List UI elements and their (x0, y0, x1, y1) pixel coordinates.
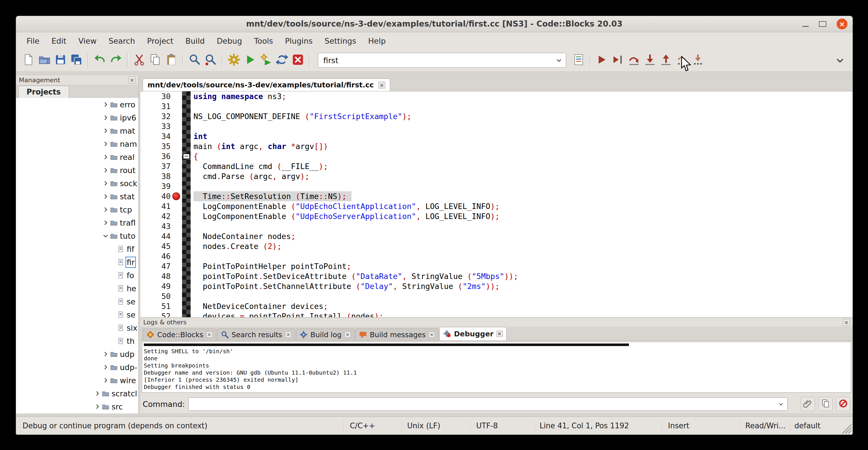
tree-item-erro[interactable]: erro (16, 98, 138, 111)
code-line-52[interactable]: 52 devices = pointToPoint.Install (nodes… (141, 311, 852, 317)
step-into-button[interactable] (642, 52, 658, 68)
command-stop-button[interactable] (836, 397, 850, 411)
editor-tab-first-cc[interactable]: mnt/dev/tools/source/ns-3-dev/examples/t… (143, 79, 390, 91)
tree-item-scratcl[interactable]: scratcl (16, 387, 138, 400)
logs-tab-code-blocks[interactable]: Code::Blocks× (143, 329, 216, 340)
tree-item-sock[interactable]: sock (16, 177, 138, 190)
tree-item-nam[interactable]: nam (16, 137, 138, 150)
open-file-button[interactable] (36, 52, 53, 68)
menu-item-build[interactable]: Build (180, 34, 211, 48)
chevron-down-icon[interactable] (102, 233, 109, 239)
code-editor[interactable]: 30using namespace ns3;3132NS_LOG_COMPONE… (141, 91, 852, 317)
maximize-button[interactable] (819, 21, 826, 27)
build-button[interactable] (226, 52, 242, 68)
tree-item-tuto[interactable]: tuto (16, 229, 138, 242)
menu-item-project[interactable]: Project (141, 34, 179, 48)
close-icon[interactable]: × (285, 331, 291, 338)
code-line-47[interactable]: 47 PointToPointHelper pointToPoint; (141, 261, 852, 271)
chevron-right-icon[interactable] (102, 114, 109, 121)
chevron-right-icon[interactable] (102, 154, 109, 160)
logs-tab-search-results[interactable]: Search results× (217, 329, 295, 340)
new-file-button[interactable] (21, 52, 36, 68)
step-out-button[interactable] (658, 52, 674, 68)
code-line-51[interactable]: 51 NetDeviceContainer devices; (141, 301, 852, 311)
paste-button[interactable] (163, 52, 179, 68)
tree-item-th[interactable]: th (16, 334, 138, 348)
abort-build-button[interactable] (290, 52, 306, 68)
code-line-44[interactable]: 44 NodeContainer nodes; (141, 231, 852, 241)
tree-item-tcp[interactable]: tcp (16, 203, 138, 216)
tree-item-fo[interactable]: fo (16, 269, 138, 282)
resize-grip[interactable] (839, 421, 852, 434)
save-all-files-button[interactable] (68, 52, 85, 68)
chevron-right-icon[interactable] (102, 193, 109, 200)
chevron-right-icon[interactable] (102, 364, 109, 371)
menu-item-edit[interactable]: Edit (45, 34, 72, 48)
find-in-files-button[interactable] (203, 52, 219, 68)
code-line-34[interactable]: 34int (141, 131, 852, 141)
code-line-35[interactable]: 35main (int argc, char *argv[]) (141, 141, 852, 151)
code-line-43[interactable]: 43 (141, 221, 852, 231)
command-input[interactable] (189, 398, 775, 410)
breakpoint-marker[interactable] (172, 192, 180, 200)
code-line-39[interactable]: 39 (141, 181, 852, 191)
copy-button[interactable] (147, 52, 163, 68)
build-target-combo[interactable]: first (318, 53, 566, 68)
tree-item-udp[interactable]: udp (16, 348, 138, 361)
code-line-45[interactable]: 45 nodes.Create (2); (141, 241, 852, 251)
chevron-right-icon[interactable] (102, 351, 109, 358)
command-dropdown-button[interactable] (775, 400, 787, 408)
tree-item-rout[interactable]: rout (16, 163, 138, 177)
code-line-50[interactable]: 50 (141, 291, 852, 301)
code-line-38[interactable]: 38 cmd.Parse (argc, argv); (141, 171, 852, 181)
code-line-36[interactable]: 36{ (141, 151, 852, 161)
command-attach-button[interactable] (801, 397, 815, 411)
tree-item-udp-[interactable]: udp- (16, 361, 138, 374)
tree-item-se[interactable]: se (16, 308, 138, 321)
menu-item-settings[interactable]: Settings (319, 34, 362, 48)
menu-item-view[interactable]: View (72, 34, 102, 48)
save-file-button[interactable] (53, 52, 68, 68)
management-close-button[interactable]: × (129, 77, 135, 83)
command-copy-button[interactable] (818, 397, 833, 411)
chevron-right-icon[interactable] (94, 390, 101, 397)
find-button[interactable] (187, 52, 203, 68)
step-into-instruction-button[interactable] (690, 52, 706, 68)
fold-marker[interactable] (183, 154, 190, 159)
tab-projects[interactable]: Projects (18, 86, 69, 98)
toolbar-overflow-button[interactable] (832, 52, 848, 68)
logs-close-button[interactable]: × (843, 319, 850, 326)
tree-item-fir[interactable]: fir (16, 256, 138, 269)
tree-item-he[interactable]: he (16, 282, 138, 295)
tree-item-trafl[interactable]: trafl (16, 216, 138, 229)
next-instruction-button[interactable] (674, 52, 690, 68)
chevron-right-icon[interactable] (102, 180, 109, 187)
close-button[interactable]: × (837, 19, 847, 29)
code-line-41[interactable]: 41 LogComponentEnable ("UdpEchoClientApp… (141, 201, 852, 211)
undo-button[interactable] (92, 52, 108, 68)
code-line-42[interactable]: 42 LogComponentEnable ("UdpEchoServerApp… (141, 211, 852, 221)
close-icon[interactable]: × (344, 331, 351, 338)
debugger-output[interactable]: Setting SHELL to '/bin/sh'doneSetting br… (142, 342, 851, 393)
tree-item-stat[interactable]: stat (16, 190, 138, 203)
code-line-30[interactable]: 30using namespace ns3; (141, 91, 852, 101)
command-combo[interactable] (188, 397, 787, 411)
close-icon[interactable]: × (429, 331, 435, 338)
build-and-run-button[interactable] (258, 52, 274, 68)
tree-item-real[interactable]: real (16, 150, 138, 163)
tree-item-six[interactable]: six (16, 321, 138, 334)
menu-item-help[interactable]: Help (362, 34, 392, 48)
cut-button[interactable] (131, 52, 147, 68)
run-to-cursor-button[interactable] (610, 52, 626, 68)
code-line-31[interactable]: 31 (141, 101, 852, 111)
code-line-37[interactable]: 37 CommandLine cmd (__FILE__); (141, 161, 852, 171)
code-line-49[interactable]: 49 pointToPoint.SetChannelAttribute ("De… (141, 281, 852, 291)
chevron-right-icon[interactable] (102, 377, 109, 384)
tree-item-ipv6[interactable]: ipv6 (16, 111, 138, 124)
minimize-button[interactable] (802, 22, 809, 27)
menu-item-tools[interactable]: Tools (248, 34, 279, 48)
chevron-down-icon[interactable] (552, 53, 566, 67)
debug-continue-button[interactable] (594, 52, 610, 68)
menu-item-search[interactable]: Search (103, 34, 141, 48)
tree-item-fif[interactable]: fif (16, 242, 138, 256)
